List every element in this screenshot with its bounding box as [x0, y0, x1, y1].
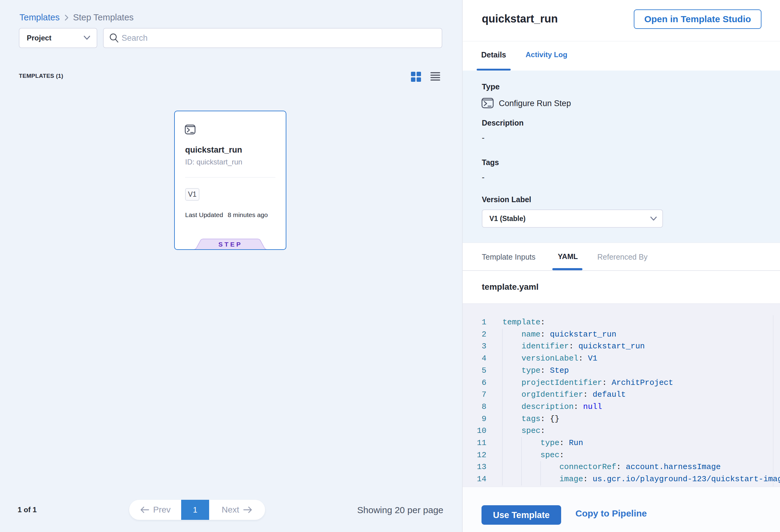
svg-text:STEP: STEP [218, 241, 243, 248]
